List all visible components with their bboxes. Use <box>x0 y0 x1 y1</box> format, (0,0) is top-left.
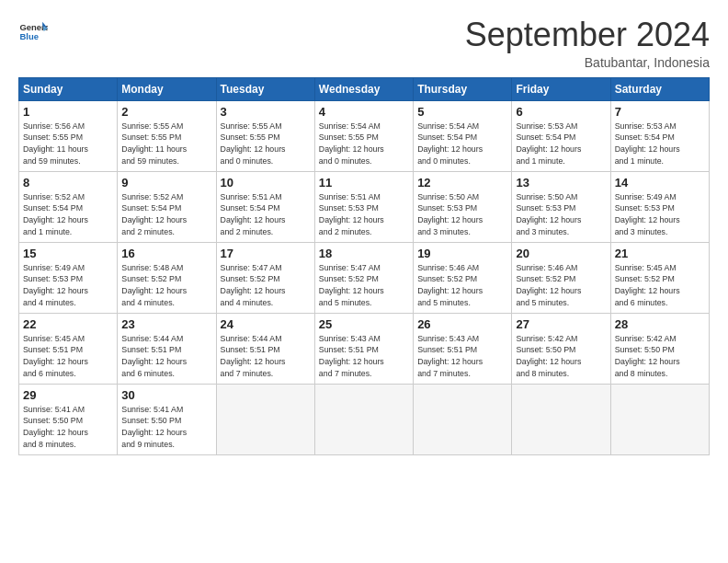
calendar-day-27: 27Sunrise: 5:42 AM Sunset: 5:50 PM Dayli… <box>512 313 610 384</box>
day-number: 21 <box>615 247 705 260</box>
day-info: Sunrise: 5:52 AM Sunset: 5:54 PM Dayligh… <box>121 191 211 238</box>
day-number: 26 <box>417 317 507 331</box>
day-info: Sunrise: 5:50 AM Sunset: 5:53 PM Dayligh… <box>516 191 606 238</box>
page-subtitle: Batubantar, Indonesia <box>465 55 710 70</box>
day-info: Sunrise: 5:43 AM Sunset: 5:51 PM Dayligh… <box>319 333 409 380</box>
day-number: 15 <box>23 247 113 260</box>
day-info: Sunrise: 5:47 AM Sunset: 5:52 PM Dayligh… <box>221 262 311 309</box>
empty-cell <box>314 384 413 454</box>
day-number: 9 <box>121 176 211 190</box>
calendar-day-14: 14Sunrise: 5:49 AM Sunset: 5:53 PM Dayli… <box>610 171 709 242</box>
day-number: 11 <box>319 176 409 190</box>
day-number: 25 <box>319 317 409 331</box>
day-number: 16 <box>121 247 211 260</box>
calendar-day-26: 26Sunrise: 5:43 AM Sunset: 5:51 PM Dayli… <box>414 313 512 384</box>
day-header-friday: Friday <box>512 77 610 100</box>
day-number: 1 <box>23 105 113 119</box>
calendar-week-4: 22Sunrise: 5:45 AM Sunset: 5:51 PM Dayli… <box>19 313 710 384</box>
day-number: 29 <box>23 388 113 402</box>
day-number: 6 <box>516 105 606 119</box>
calendar-day-7: 7Sunrise: 5:53 AM Sunset: 5:54 PM Daylig… <box>610 100 709 171</box>
day-info: Sunrise: 5:51 AM Sunset: 5:54 PM Dayligh… <box>221 191 311 238</box>
day-info: Sunrise: 5:47 AM Sunset: 5:52 PM Dayligh… <box>319 262 409 309</box>
day-number: 20 <box>516 247 606 260</box>
calendar-week-2: 8Sunrise: 5:52 AM Sunset: 5:54 PM Daylig… <box>19 171 710 242</box>
calendar-day-5: 5Sunrise: 5:54 AM Sunset: 5:54 PM Daylig… <box>414 100 512 171</box>
calendar-day-8: 8Sunrise: 5:52 AM Sunset: 5:54 PM Daylig… <box>19 171 118 242</box>
day-number: 8 <box>23 176 113 190</box>
day-number: 5 <box>417 105 507 119</box>
day-info: Sunrise: 5:41 AM Sunset: 5:50 PM Dayligh… <box>121 404 211 451</box>
day-info: Sunrise: 5:50 AM Sunset: 5:53 PM Dayligh… <box>417 191 507 238</box>
day-info: Sunrise: 5:49 AM Sunset: 5:53 PM Dayligh… <box>615 191 705 238</box>
page-title: September 2024 <box>465 17 710 53</box>
day-number: 7 <box>615 105 705 119</box>
calendar-day-10: 10Sunrise: 5:51 AM Sunset: 5:54 PM Dayli… <box>216 171 314 242</box>
calendar-day-28: 28Sunrise: 5:42 AM Sunset: 5:50 PM Dayli… <box>610 313 709 384</box>
day-info: Sunrise: 5:49 AM Sunset: 5:53 PM Dayligh… <box>23 262 113 309</box>
day-header-tuesday: Tuesday <box>216 77 314 100</box>
empty-cell <box>414 384 512 454</box>
calendar-day-13: 13Sunrise: 5:50 AM Sunset: 5:53 PM Dayli… <box>512 171 610 242</box>
day-info: Sunrise: 5:46 AM Sunset: 5:52 PM Dayligh… <box>417 262 507 309</box>
day-info: Sunrise: 5:53 AM Sunset: 5:54 PM Dayligh… <box>615 121 705 167</box>
calendar-day-25: 25Sunrise: 5:43 AM Sunset: 5:51 PM Dayli… <box>314 313 413 384</box>
day-info: Sunrise: 5:52 AM Sunset: 5:54 PM Dayligh… <box>23 191 113 238</box>
calendar-day-2: 2Sunrise: 5:55 AM Sunset: 5:55 PM Daylig… <box>118 100 216 171</box>
day-header-thursday: Thursday <box>414 77 512 100</box>
day-number: 17 <box>221 247 311 260</box>
day-info: Sunrise: 5:41 AM Sunset: 5:50 PM Dayligh… <box>23 404 113 451</box>
calendar-day-18: 18Sunrise: 5:47 AM Sunset: 5:52 PM Dayli… <box>314 242 413 313</box>
day-number: 22 <box>23 317 113 331</box>
empty-cell <box>610 384 709 454</box>
calendar-day-22: 22Sunrise: 5:45 AM Sunset: 5:51 PM Dayli… <box>19 313 118 384</box>
calendar-week-5: 29Sunrise: 5:41 AM Sunset: 5:50 PM Dayli… <box>19 384 710 454</box>
calendar-day-24: 24Sunrise: 5:44 AM Sunset: 5:51 PM Dayli… <box>216 313 314 384</box>
calendar-day-23: 23Sunrise: 5:44 AM Sunset: 5:51 PM Dayli… <box>118 313 216 384</box>
day-info: Sunrise: 5:44 AM Sunset: 5:51 PM Dayligh… <box>221 333 311 380</box>
day-number: 18 <box>319 247 409 260</box>
calendar-day-3: 3Sunrise: 5:55 AM Sunset: 5:55 PM Daylig… <box>216 100 314 171</box>
day-info: Sunrise: 5:55 AM Sunset: 5:55 PM Dayligh… <box>121 121 211 167</box>
day-number: 24 <box>221 317 311 331</box>
day-info: Sunrise: 5:54 AM Sunset: 5:54 PM Dayligh… <box>417 121 507 167</box>
calendar-header: SundayMondayTuesdayWednesdayThursdayFrid… <box>19 77 710 100</box>
empty-cell <box>512 384 610 454</box>
day-number: 28 <box>615 317 705 331</box>
day-number: 30 <box>121 388 211 402</box>
logo: General Blue <box>18 17 48 46</box>
day-info: Sunrise: 5:45 AM Sunset: 5:52 PM Dayligh… <box>615 262 705 309</box>
day-info: Sunrise: 5:46 AM Sunset: 5:52 PM Dayligh… <box>516 262 606 309</box>
calendar-day-6: 6Sunrise: 5:53 AM Sunset: 5:54 PM Daylig… <box>512 100 610 171</box>
day-info: Sunrise: 5:51 AM Sunset: 5:53 PM Dayligh… <box>319 191 409 238</box>
day-number: 10 <box>221 176 311 190</box>
calendar-day-15: 15Sunrise: 5:49 AM Sunset: 5:53 PM Dayli… <box>19 242 118 313</box>
svg-text:Blue: Blue <box>19 31 38 41</box>
calendar-day-11: 11Sunrise: 5:51 AM Sunset: 5:53 PM Dayli… <box>314 171 413 242</box>
calendar-day-12: 12Sunrise: 5:50 AM Sunset: 5:53 PM Dayli… <box>414 171 512 242</box>
day-number: 19 <box>417 247 507 260</box>
day-header-sunday: Sunday <box>19 77 118 100</box>
day-info: Sunrise: 5:53 AM Sunset: 5:54 PM Dayligh… <box>516 121 606 167</box>
day-header-wednesday: Wednesday <box>314 77 413 100</box>
day-header-monday: Monday <box>118 77 216 100</box>
calendar-day-17: 17Sunrise: 5:47 AM Sunset: 5:52 PM Dayli… <box>216 242 314 313</box>
day-info: Sunrise: 5:44 AM Sunset: 5:51 PM Dayligh… <box>121 333 211 380</box>
day-number: 4 <box>319 105 409 119</box>
calendar-day-21: 21Sunrise: 5:45 AM Sunset: 5:52 PM Dayli… <box>610 242 709 313</box>
calendar-day-20: 20Sunrise: 5:46 AM Sunset: 5:52 PM Dayli… <box>512 242 610 313</box>
calendar-day-9: 9Sunrise: 5:52 AM Sunset: 5:54 PM Daylig… <box>118 171 216 242</box>
calendar-day-30: 30Sunrise: 5:41 AM Sunset: 5:50 PM Dayli… <box>118 384 216 454</box>
day-info: Sunrise: 5:42 AM Sunset: 5:50 PM Dayligh… <box>516 333 606 380</box>
empty-cell <box>216 384 314 454</box>
day-info: Sunrise: 5:43 AM Sunset: 5:51 PM Dayligh… <box>417 333 507 380</box>
calendar-week-3: 15Sunrise: 5:49 AM Sunset: 5:53 PM Dayli… <box>19 242 710 313</box>
day-number: 2 <box>121 105 211 119</box>
calendar-day-16: 16Sunrise: 5:48 AM Sunset: 5:52 PM Dayli… <box>118 242 216 313</box>
day-number: 3 <box>221 105 311 119</box>
calendar-day-1: 1Sunrise: 5:56 AM Sunset: 5:55 PM Daylig… <box>19 100 118 171</box>
calendar-day-4: 4Sunrise: 5:54 AM Sunset: 5:55 PM Daylig… <box>314 100 413 171</box>
day-info: Sunrise: 5:55 AM Sunset: 5:55 PM Dayligh… <box>221 121 311 167</box>
calendar-day-19: 19Sunrise: 5:46 AM Sunset: 5:52 PM Dayli… <box>414 242 512 313</box>
day-info: Sunrise: 5:56 AM Sunset: 5:55 PM Dayligh… <box>23 121 113 167</box>
